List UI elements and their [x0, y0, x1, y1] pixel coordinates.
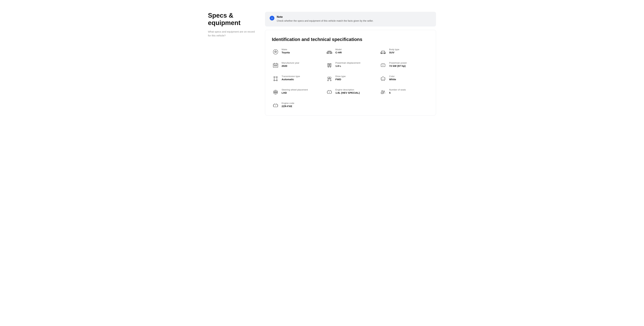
svg-rect-7 [276, 66, 277, 66]
color-icon [379, 75, 387, 82]
seats-icon [379, 89, 387, 96]
specs-card-title: Identification and technical specificati… [272, 37, 429, 42]
spec-label-number-of-seats: Number of seats [389, 89, 406, 91]
spec-label-model: Model [336, 48, 342, 51]
svg-point-10 [328, 67, 329, 67]
note-text: Check whether the specs and equipment of… [277, 19, 374, 23]
engine-description-icon [326, 89, 333, 96]
svg-point-2 [381, 53, 382, 54]
spec-value-transmission-type: Automatic [282, 78, 300, 81]
svg-rect-6 [275, 66, 276, 66]
spec-item-manufacture-year: Manufacture year 2020 [272, 62, 322, 69]
spec-item-engine-description: Engine description 1.8L (HEV SPECIAL) [326, 89, 376, 96]
engine-code-icon [272, 102, 279, 109]
powertrain-power-icon [379, 62, 387, 69]
spec-label-powertrain-displacement: Powertrain displacement [336, 62, 360, 64]
spec-item-model: Model C-HR [326, 48, 376, 56]
svg-point-13 [274, 77, 275, 78]
model-icon [326, 48, 333, 56]
spec-item-powertrain-displacement: Powertrain displacement 1.8 L [326, 62, 376, 69]
spec-value-body-type: SUV [389, 51, 399, 54]
spec-item-body-type: Body type SUV [379, 48, 429, 56]
powertrain-displacement-icon [326, 62, 333, 69]
spec-label-engine-description: Engine description [336, 89, 360, 91]
spec-text-make: Make Toyota [282, 48, 290, 54]
spec-value-engine-description: 1.8L (HEV SPECIAL) [336, 91, 360, 94]
note-content: Note Check whether the specs and equipme… [277, 16, 374, 23]
manufacture-year-icon [272, 62, 279, 69]
spec-text-drive-type: Drive type FWD [336, 75, 346, 81]
page-layout: Specs & equipment What specs and equipme… [204, 7, 440, 121]
spec-label-manufacture-year: Manufacture year [282, 62, 299, 64]
note-title: Note [277, 16, 374, 19]
spec-text-transmission-type: Transmission type Automatic [282, 75, 300, 81]
note-banner: i Note Check whether the specs and equip… [265, 12, 436, 27]
spec-value-manufacture-year: 2020 [282, 65, 299, 67]
svg-point-1 [330, 53, 331, 54]
svg-rect-5 [274, 66, 275, 66]
spec-value-steering-wheel-placement: LHD [282, 91, 308, 94]
spec-value-powertrain-power: 72 kW (97 hp) [389, 65, 407, 67]
svg-point-24 [275, 92, 276, 93]
spec-value-number-of-seats: 5 [389, 91, 406, 94]
spec-label-steering-wheel-placement: Steering wheel placement [282, 89, 308, 91]
spec-text-engine-code: Engine code 2ZR-FXE [282, 102, 294, 108]
spec-label-body-type: Body type [389, 48, 399, 51]
spec-item-number-of-seats: Number of seats 5 [379, 89, 429, 96]
specs-card: Identification and technical specificati… [265, 30, 436, 116]
drive-type-icon [326, 75, 333, 82]
spec-text-powertrain-displacement: Powertrain displacement 1.8 L [336, 62, 360, 67]
svg-point-22 [384, 79, 384, 79]
svg-point-21 [382, 79, 382, 79]
spec-text-powertrain-power: Powertrain power 72 kW (97 hp) [389, 62, 407, 67]
svg-point-16 [276, 80, 278, 81]
svg-point-14 [276, 77, 278, 78]
make-icon [272, 48, 279, 56]
svg-point-0 [327, 53, 328, 54]
spec-value-drive-type: FWD [336, 78, 346, 81]
spec-text-model: Model C-HR [336, 48, 342, 54]
svg-rect-18 [330, 77, 331, 78]
spec-label-powertrain-power: Powertrain power [389, 62, 407, 64]
spec-item-drive-type: Drive type FWD [326, 75, 376, 82]
spec-item-steering-wheel-placement: Steering wheel placement LHD [272, 89, 322, 96]
spec-label-drive-type: Drive type [336, 75, 346, 78]
spec-label-engine-code: Engine code [282, 102, 294, 104]
transmission-icon [272, 75, 279, 82]
sidebar-subtitle: What specs and equipment are on record f… [208, 30, 255, 38]
spec-value-make: Toyota [282, 51, 290, 54]
svg-point-3 [384, 53, 385, 54]
svg-point-20 [330, 80, 331, 81]
main-content: i Note Check whether the specs and equip… [265, 12, 436, 116]
spec-value-engine-code: 2ZR-FXE [282, 105, 294, 108]
spec-label-color: Color [389, 75, 396, 78]
page-title: Specs & equipment [208, 12, 255, 27]
body-type-icon [379, 48, 387, 56]
spec-text-manufacture-year: Manufacture year 2020 [282, 62, 299, 67]
spec-text-engine-description: Engine description 1.8L (HEV SPECIAL) [336, 89, 360, 94]
specs-grid: Make Toyota Model C-HR Body type SUV Man… [272, 48, 429, 109]
spec-item-powertrain-power: Powertrain power 72 kW (97 hp) [379, 62, 429, 69]
spec-value-color: White [389, 78, 396, 81]
spec-label-transmission-type: Transmission type [282, 75, 300, 78]
spec-text-steering-wheel-placement: Steering wheel placement LHD [282, 89, 308, 94]
spec-text-number-of-seats: Number of seats 5 [389, 89, 406, 94]
svg-point-15 [274, 80, 275, 81]
spec-item-make: Make Toyota [272, 48, 322, 56]
svg-rect-17 [328, 77, 330, 78]
spec-value-powertrain-displacement: 1.8 L [336, 65, 360, 67]
steering-icon [272, 89, 279, 96]
sidebar: Specs & equipment What specs and equipme… [208, 12, 255, 116]
spec-text-color: Color White [389, 75, 396, 81]
spec-item-engine-code: Engine code 2ZR-FXE [272, 102, 322, 109]
spec-text-body-type: Body type SUV [389, 48, 399, 54]
spec-item-color: Color White [379, 75, 429, 82]
svg-point-11 [330, 67, 331, 67]
info-icon: i [270, 16, 274, 21]
spec-label-make: Make [282, 48, 290, 51]
spec-value-model: C-HR [336, 51, 342, 54]
svg-point-19 [328, 80, 328, 81]
spec-item-transmission-type: Transmission type Automatic [272, 75, 322, 82]
